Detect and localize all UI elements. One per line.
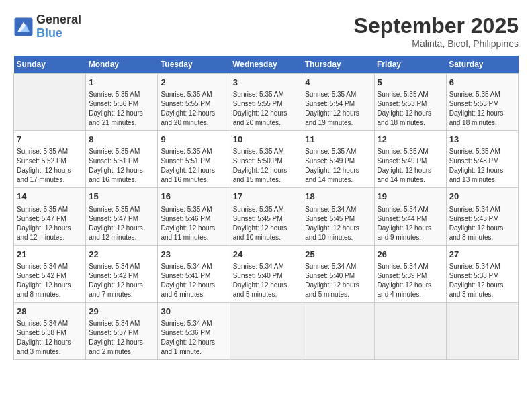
calendar-cell: 17Sunrise: 5:35 AM Sunset: 5:45 PM Dayli… [230, 188, 302, 245]
weekday-header-tuesday: Tuesday [158, 56, 230, 74]
day-info: Sunrise: 5:35 AM Sunset: 5:49 PM Dayligh… [305, 147, 371, 185]
day-info: Sunrise: 5:34 AM Sunset: 5:38 PM Dayligh… [17, 319, 83, 357]
logo-icon [13, 17, 34, 37]
day-info: Sunrise: 5:35 AM Sunset: 5:47 PM Dayligh… [17, 205, 83, 242]
calendar-cell: 20Sunrise: 5:34 AM Sunset: 5:43 PM Dayli… [446, 188, 518, 245]
day-info: Sunrise: 5:34 AM Sunset: 5:42 PM Dayligh… [17, 262, 83, 300]
day-number: 19 [378, 191, 443, 203]
day-number: 24 [233, 248, 300, 261]
day-number: 5 [378, 77, 443, 89]
day-info: Sunrise: 5:34 AM Sunset: 5:43 PM Dayligh… [449, 205, 515, 242]
weekday-header-friday: Friday [374, 56, 446, 74]
day-number: 8 [89, 134, 154, 146]
weekday-header-row: SundayMondayTuesdayWednesdayThursdayFrid… [14, 56, 519, 74]
day-info: Sunrise: 5:35 AM Sunset: 5:46 PM Dayligh… [161, 205, 226, 242]
weekday-header-monday: Monday [86, 56, 158, 74]
calendar-cell: 7Sunrise: 5:35 AM Sunset: 5:52 PM Daylig… [14, 131, 86, 188]
calendar-cell: 16Sunrise: 5:35 AM Sunset: 5:46 PM Dayli… [158, 188, 230, 245]
day-number: 3 [233, 77, 300, 89]
day-number: 6 [449, 77, 515, 89]
week-row-1: 1Sunrise: 5:35 AM Sunset: 5:56 PM Daylig… [14, 74, 519, 131]
day-number: 30 [161, 306, 226, 318]
calendar-cell [14, 74, 86, 131]
day-number: 13 [449, 134, 515, 146]
weekday-header-wednesday: Wednesday [230, 56, 302, 74]
day-number: 1 [89, 77, 154, 89]
day-info: Sunrise: 5:35 AM Sunset: 5:51 PM Dayligh… [161, 147, 226, 185]
day-number: 11 [305, 134, 371, 146]
calendar-cell: 22Sunrise: 5:34 AM Sunset: 5:42 PM Dayli… [86, 245, 158, 302]
day-info: Sunrise: 5:35 AM Sunset: 5:51 PM Dayligh… [89, 147, 154, 185]
calendar-cell: 9Sunrise: 5:35 AM Sunset: 5:51 PM Daylig… [158, 131, 230, 188]
logo: General Blue [13, 13, 81, 40]
day-info: Sunrise: 5:34 AM Sunset: 5:40 PM Dayligh… [233, 262, 300, 300]
day-info: Sunrise: 5:35 AM Sunset: 5:52 PM Dayligh… [17, 147, 83, 185]
title-block: September 2025 Malinta, Bicol, Philippin… [354, 13, 519, 49]
day-number: 7 [17, 134, 83, 146]
calendar-cell: 13Sunrise: 5:35 AM Sunset: 5:48 PM Dayli… [446, 131, 518, 188]
day-number: 2 [161, 77, 226, 89]
day-info: Sunrise: 5:34 AM Sunset: 5:40 PM Dayligh… [305, 262, 371, 300]
calendar-cell: 1Sunrise: 5:35 AM Sunset: 5:56 PM Daylig… [86, 74, 158, 131]
day-info: Sunrise: 5:35 AM Sunset: 5:53 PM Dayligh… [378, 90, 443, 128]
calendar-cell: 12Sunrise: 5:35 AM Sunset: 5:49 PM Dayli… [374, 131, 446, 188]
weekday-header-saturday: Saturday [446, 56, 518, 74]
week-row-4: 21Sunrise: 5:34 AM Sunset: 5:42 PM Dayli… [14, 245, 519, 302]
day-number: 15 [89, 191, 154, 203]
logo-text: General Blue [36, 13, 81, 40]
day-info: Sunrise: 5:35 AM Sunset: 5:48 PM Dayligh… [449, 147, 515, 185]
day-info: Sunrise: 5:35 AM Sunset: 5:56 PM Dayligh… [89, 90, 154, 128]
day-number: 4 [305, 77, 371, 89]
calendar-cell: 29Sunrise: 5:34 AM Sunset: 5:37 PM Dayli… [86, 302, 158, 359]
calendar-cell: 26Sunrise: 5:34 AM Sunset: 5:39 PM Dayli… [374, 245, 446, 302]
page-header: General Blue September 2025 Malinta, Bic… [13, 13, 519, 49]
day-info: Sunrise: 5:35 AM Sunset: 5:47 PM Dayligh… [89, 205, 154, 242]
calendar-cell: 23Sunrise: 5:34 AM Sunset: 5:41 PM Dayli… [158, 245, 230, 302]
day-info: Sunrise: 5:34 AM Sunset: 5:45 PM Dayligh… [305, 205, 371, 242]
day-number: 29 [89, 306, 154, 318]
day-number: 25 [305, 248, 371, 261]
calendar-cell: 19Sunrise: 5:34 AM Sunset: 5:44 PM Dayli… [374, 188, 446, 245]
calendar-table: SundayMondayTuesdayWednesdayThursdayFrid… [13, 56, 519, 360]
calendar-cell: 27Sunrise: 5:34 AM Sunset: 5:38 PM Dayli… [446, 245, 518, 302]
day-number: 18 [305, 191, 371, 203]
day-info: Sunrise: 5:35 AM Sunset: 5:54 PM Dayligh… [305, 90, 371, 128]
calendar-cell [446, 302, 518, 359]
calendar-cell [302, 302, 374, 359]
calendar-cell: 5Sunrise: 5:35 AM Sunset: 5:53 PM Daylig… [374, 74, 446, 131]
calendar-cell: 10Sunrise: 5:35 AM Sunset: 5:50 PM Dayli… [230, 131, 302, 188]
location: Malinta, Bicol, Philippines [354, 38, 519, 49]
day-info: Sunrise: 5:35 AM Sunset: 5:55 PM Dayligh… [233, 90, 300, 128]
day-number: 20 [449, 191, 515, 203]
week-row-5: 28Sunrise: 5:34 AM Sunset: 5:38 PM Dayli… [14, 302, 519, 359]
week-row-2: 7Sunrise: 5:35 AM Sunset: 5:52 PM Daylig… [14, 131, 519, 188]
day-number: 12 [378, 134, 443, 146]
month-title: September 2025 [354, 13, 519, 38]
day-info: Sunrise: 5:35 AM Sunset: 5:49 PM Dayligh… [378, 147, 443, 185]
calendar-cell: 24Sunrise: 5:34 AM Sunset: 5:40 PM Dayli… [230, 245, 302, 302]
day-info: Sunrise: 5:35 AM Sunset: 5:45 PM Dayligh… [233, 205, 300, 242]
weekday-header-sunday: Sunday [14, 56, 86, 74]
calendar-cell: 4Sunrise: 5:35 AM Sunset: 5:54 PM Daylig… [302, 74, 374, 131]
day-number: 17 [233, 191, 300, 203]
day-info: Sunrise: 5:35 AM Sunset: 5:50 PM Dayligh… [233, 147, 300, 185]
calendar-cell: 3Sunrise: 5:35 AM Sunset: 5:55 PM Daylig… [230, 74, 302, 131]
calendar-cell: 14Sunrise: 5:35 AM Sunset: 5:47 PM Dayli… [14, 188, 86, 245]
day-info: Sunrise: 5:34 AM Sunset: 5:42 PM Dayligh… [89, 262, 154, 300]
day-number: 9 [161, 134, 226, 146]
day-info: Sunrise: 5:35 AM Sunset: 5:53 PM Dayligh… [449, 90, 515, 128]
day-number: 21 [17, 248, 83, 261]
day-number: 16 [161, 191, 226, 203]
day-info: Sunrise: 5:34 AM Sunset: 5:44 PM Dayligh… [378, 205, 443, 242]
calendar-cell [374, 302, 446, 359]
day-number: 27 [449, 248, 515, 261]
day-number: 23 [161, 248, 226, 261]
day-number: 26 [378, 248, 443, 261]
day-number: 14 [17, 191, 83, 203]
calendar-cell: 2Sunrise: 5:35 AM Sunset: 5:55 PM Daylig… [158, 74, 230, 131]
day-info: Sunrise: 5:34 AM Sunset: 5:38 PM Dayligh… [449, 262, 515, 300]
day-number: 28 [17, 306, 83, 318]
day-info: Sunrise: 5:34 AM Sunset: 5:39 PM Dayligh… [378, 262, 443, 300]
day-info: Sunrise: 5:34 AM Sunset: 5:37 PM Dayligh… [89, 319, 154, 357]
day-info: Sunrise: 5:35 AM Sunset: 5:55 PM Dayligh… [161, 90, 226, 128]
